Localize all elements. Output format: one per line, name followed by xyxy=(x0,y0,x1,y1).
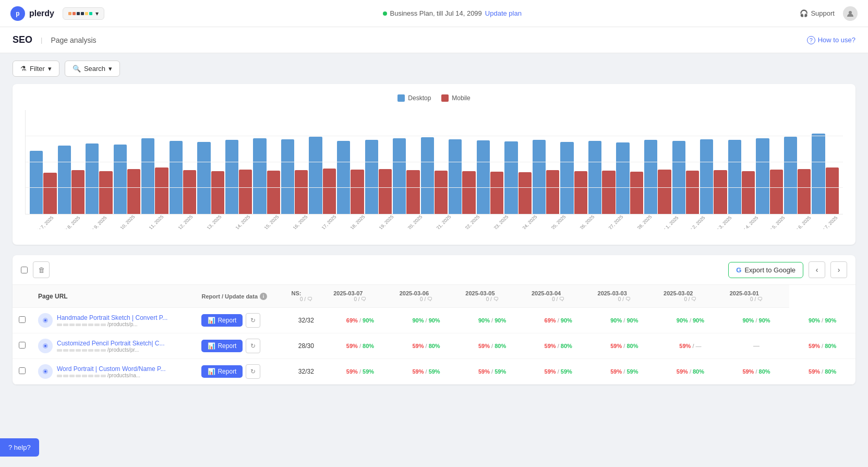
score-dash: — xyxy=(730,342,783,350)
update-plan-link[interactable]: Update plan xyxy=(485,9,522,17)
bar-group xyxy=(141,138,168,214)
export-google-button[interactable]: G Export to Google xyxy=(728,262,803,278)
grid-line-75 xyxy=(26,136,843,136)
filter-label: Filter xyxy=(30,65,45,73)
table-toolbar: 🗑 G Export to Google ‹ › xyxy=(13,255,855,285)
bar-group xyxy=(58,146,85,214)
score-s1: 59% xyxy=(545,368,556,375)
desktop-bar xyxy=(421,137,434,214)
score-pair: 90% / 90% xyxy=(598,317,652,324)
x-label: Feb 25, 2025 xyxy=(544,214,567,229)
refresh-button[interactable]: ↻ xyxy=(246,339,260,353)
desktop-bar xyxy=(728,140,741,214)
filter-button[interactable]: ⚗ Filter ▾ xyxy=(13,61,59,77)
page-url-sub: /products/pr... xyxy=(57,347,165,353)
score-s1: 59% xyxy=(610,343,622,349)
plan-badge-chevron: ▾ xyxy=(95,10,99,17)
bar-group xyxy=(616,142,643,214)
refresh-button[interactable]: ↻ xyxy=(246,364,260,379)
x-label: Feb 20, 2025 xyxy=(400,214,424,229)
plan-badge[interactable]: ▾ xyxy=(63,7,104,20)
th-page-url: Page URL xyxy=(32,285,195,308)
score-s1: 59% xyxy=(742,368,754,375)
score-s1: 59% xyxy=(412,343,424,349)
desktop-color xyxy=(397,94,405,102)
report-button[interactable]: 📊 Report xyxy=(201,340,243,352)
chart-icon: 📊 xyxy=(208,317,215,324)
score-s1: 90% xyxy=(610,317,622,324)
table-row: Word Portrait | Custom Word/Name P... /p… xyxy=(13,359,855,385)
mobile-bar xyxy=(714,170,727,214)
page-url-link[interactable]: Handmade Portrait Sketch | Convert P... xyxy=(57,314,167,321)
score-cell-1: 90% / 90% xyxy=(393,308,460,333)
score-cell-0: 59% / 80% xyxy=(327,333,393,359)
score-s1: 90% xyxy=(677,317,688,324)
desktop-bar xyxy=(86,143,99,214)
mobile-legend: Mobile xyxy=(441,94,470,102)
x-label: Mar 3, 2025 xyxy=(711,215,733,229)
x-label: Feb 19, 2025 xyxy=(371,214,395,229)
bar-group xyxy=(197,142,224,214)
row-checkbox[interactable] xyxy=(19,342,26,349)
desktop-bar xyxy=(784,137,797,214)
x-label: Feb 8, 2025 xyxy=(59,215,81,229)
prev-page-button[interactable]: ‹ xyxy=(809,261,825,278)
report-info-icon[interactable]: i xyxy=(260,293,267,300)
mobile-bar xyxy=(435,171,448,214)
desktop-bar xyxy=(170,141,183,214)
table-row: Handmade Portrait Sketch | Convert P... … xyxy=(13,308,855,333)
x-label: Mar 5, 2025 xyxy=(764,215,786,229)
support-button[interactable]: 🎧 Support xyxy=(800,9,835,17)
bar-chart xyxy=(25,110,843,214)
chart-card: Desktop Mobile Feb 7, 2025Feb 8, 2025Feb… xyxy=(13,84,855,245)
score-pair: 59% / 80% xyxy=(730,368,783,375)
select-all-checkbox[interactable] xyxy=(21,267,28,273)
plan-active-dot xyxy=(383,11,387,16)
report-cell: 📊 Report ↻ xyxy=(201,313,279,328)
score-cell-7: 90% / 90% xyxy=(789,308,855,333)
score-pair: 69% / 90% xyxy=(532,317,585,324)
row-checkbox[interactable] xyxy=(19,367,26,374)
bar-group xyxy=(644,140,671,214)
bar-group xyxy=(309,137,336,214)
score-pair: 59% / 59% xyxy=(465,368,519,375)
bar-group xyxy=(812,134,839,214)
user-profile-icon[interactable] xyxy=(843,6,858,21)
delete-button[interactable]: 🗑 xyxy=(33,261,50,278)
score-cell-3: 69% / 90% xyxy=(525,308,592,333)
score-s2: 90% xyxy=(759,317,770,324)
bar-group xyxy=(393,138,420,214)
x-axis: Feb 7, 2025Feb 8, 2025Feb 9, 2025Feb 10,… xyxy=(25,214,843,229)
score-s1: 59% xyxy=(677,368,688,375)
mobile-bar xyxy=(826,167,839,214)
svg-point-6 xyxy=(44,370,46,373)
mobile-color xyxy=(441,94,449,102)
th-checkbox xyxy=(13,285,32,308)
mobile-bar xyxy=(462,171,475,214)
score-pair: 90% / 90% xyxy=(664,317,717,324)
trash-icon: 🗑 xyxy=(38,266,45,274)
page-url-link[interactable]: Word Portrait | Custom Word/Name P... xyxy=(57,365,166,373)
bar-group xyxy=(337,141,364,214)
score-pair: 90% / 90% xyxy=(465,317,519,324)
score-cell-4: 59% / 80% xyxy=(592,333,658,359)
how-to-use-link[interactable]: ? How to use? xyxy=(807,36,855,44)
export-label: Export to Google xyxy=(744,266,795,274)
report-button[interactable]: 📊 Report xyxy=(201,314,243,327)
page-url-link[interactable]: Customized Pencil Portrait Sketch| C... xyxy=(57,340,165,347)
report-button[interactable]: 📊 Report xyxy=(201,365,243,378)
score-pair: 59% / 59% xyxy=(333,368,387,375)
score-cell-2: 59% / 59% xyxy=(459,359,525,385)
th-date4: 2025-03-04 0 / 🗨 xyxy=(525,285,592,308)
row-checkbox[interactable] xyxy=(19,316,26,323)
dot2 xyxy=(73,12,76,15)
x-label: Mar 2, 2025 xyxy=(684,215,706,229)
report-cell: 📊 Report ↻ xyxy=(201,339,279,353)
search-button[interactable]: 🔍 Search ▾ xyxy=(65,61,120,77)
score-cell-4: 59% / 59% xyxy=(592,359,658,385)
bar-group xyxy=(170,141,197,214)
next-page-button[interactable]: › xyxy=(830,261,847,278)
refresh-button[interactable]: ↻ xyxy=(246,313,260,328)
score-s2: 80% xyxy=(825,368,836,375)
desktop-bar xyxy=(114,145,127,214)
